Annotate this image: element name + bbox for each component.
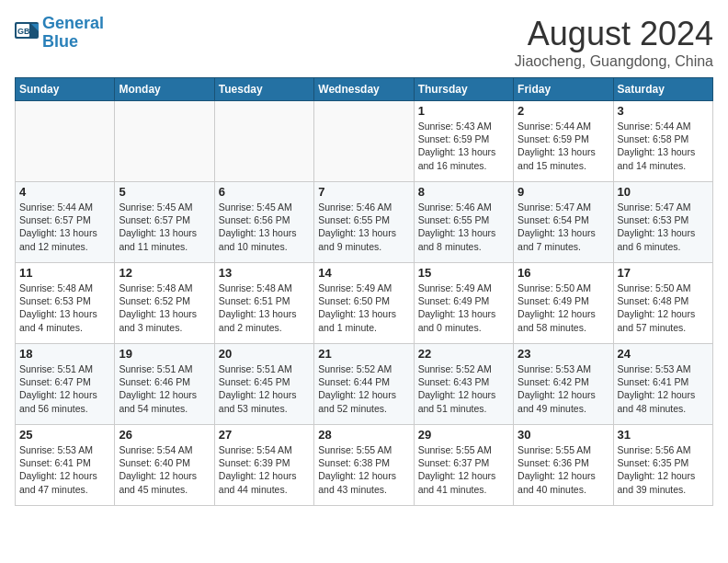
day-number: 26 [119, 428, 210, 442]
day-number: 18 [19, 347, 110, 361]
day-info: Sunrise: 5:47 AM Sunset: 6:54 PM Dayligh… [518, 201, 609, 253]
day-info: Sunrise: 5:50 AM Sunset: 6:49 PM Dayligh… [518, 282, 609, 334]
calendar-week-row: 1Sunrise: 5:43 AM Sunset: 6:59 PM Daylig… [16, 101, 713, 182]
day-info: Sunrise: 5:47 AM Sunset: 6:53 PM Dayligh… [618, 201, 709, 253]
day-number: 28 [318, 428, 409, 442]
calendar-day-cell: 10Sunrise: 5:47 AM Sunset: 6:53 PM Dayli… [613, 182, 712, 263]
calendar-day-cell: 13Sunrise: 5:48 AM Sunset: 6:51 PM Dayli… [214, 263, 313, 344]
calendar-day-cell: 17Sunrise: 5:50 AM Sunset: 6:48 PM Dayli… [613, 263, 712, 344]
day-number: 31 [618, 428, 709, 442]
logo: GB General Blue [15, 15, 104, 52]
day-number: 16 [518, 266, 609, 280]
day-info: Sunrise: 5:43 AM Sunset: 6:59 PM Dayligh… [418, 120, 509, 172]
calendar-day-cell: 27Sunrise: 5:54 AM Sunset: 6:39 PM Dayli… [214, 425, 313, 506]
day-info: Sunrise: 5:52 AM Sunset: 6:44 PM Dayligh… [318, 362, 409, 415]
calendar-day-cell: 19Sunrise: 5:51 AM Sunset: 6:46 PM Dayli… [115, 344, 214, 425]
day-number: 19 [119, 347, 210, 361]
day-info: Sunrise: 5:50 AM Sunset: 6:48 PM Dayligh… [618, 282, 709, 334]
calendar-day-cell [214, 101, 313, 182]
day-info: Sunrise: 5:46 AM Sunset: 6:55 PM Dayligh… [318, 201, 409, 253]
calendar-day-cell [115, 101, 214, 182]
day-number: 27 [219, 428, 310, 442]
logo-icon: GB [15, 22, 40, 44]
day-number: 5 [119, 185, 210, 199]
day-info: Sunrise: 5:53 AM Sunset: 6:41 PM Dayligh… [19, 443, 110, 496]
day-number: 10 [618, 185, 709, 199]
day-number: 2 [518, 104, 609, 118]
title-area: August 2024 Jiaocheng, Guangdong, China [515, 15, 713, 70]
calendar-week-row: 25Sunrise: 5:53 AM Sunset: 6:41 PM Dayli… [16, 425, 713, 506]
calendar-day-cell: 28Sunrise: 5:55 AM Sunset: 6:38 PM Dayli… [314, 425, 414, 506]
day-info: Sunrise: 5:46 AM Sunset: 6:55 PM Dayligh… [418, 201, 509, 253]
calendar-week-row: 18Sunrise: 5:51 AM Sunset: 6:47 PM Dayli… [16, 344, 713, 425]
calendar-day-cell: 23Sunrise: 5:53 AM Sunset: 6:42 PM Dayli… [514, 344, 613, 425]
calendar-day-cell: 5Sunrise: 5:45 AM Sunset: 6:57 PM Daylig… [115, 182, 214, 263]
calendar-day-cell: 14Sunrise: 5:49 AM Sunset: 6:50 PM Dayli… [314, 263, 414, 344]
day-number: 25 [19, 428, 110, 442]
day-info: Sunrise: 5:55 AM Sunset: 6:36 PM Dayligh… [518, 443, 609, 496]
calendar-week-row: 4Sunrise: 5:44 AM Sunset: 6:57 PM Daylig… [16, 182, 713, 263]
day-info: Sunrise: 5:44 AM Sunset: 6:58 PM Dayligh… [618, 120, 709, 172]
day-info: Sunrise: 5:48 AM Sunset: 6:53 PM Dayligh… [19, 282, 110, 334]
day-number: 13 [219, 266, 310, 280]
day-number: 24 [618, 347, 709, 361]
day-info: Sunrise: 5:44 AM Sunset: 6:59 PM Dayligh… [518, 120, 609, 172]
calendar-day-cell: 9Sunrise: 5:47 AM Sunset: 6:54 PM Daylig… [514, 182, 613, 263]
calendar-day-cell: 25Sunrise: 5:53 AM Sunset: 6:41 PM Dayli… [16, 425, 115, 506]
day-info: Sunrise: 5:53 AM Sunset: 6:41 PM Dayligh… [618, 362, 709, 415]
logo-text: General Blue [42, 15, 104, 52]
page-header: GB General Blue August 2024 Jiaocheng, G… [15, 15, 713, 70]
day-number: 1 [418, 104, 509, 118]
calendar-day-cell: 30Sunrise: 5:55 AM Sunset: 6:36 PM Dayli… [514, 425, 613, 506]
day-number: 23 [518, 347, 609, 361]
day-info: Sunrise: 5:45 AM Sunset: 6:57 PM Dayligh… [119, 201, 210, 253]
day-info: Sunrise: 5:49 AM Sunset: 6:50 PM Dayligh… [318, 282, 409, 334]
weekday-header-cell: Monday [115, 78, 214, 101]
day-info: Sunrise: 5:54 AM Sunset: 6:39 PM Dayligh… [219, 443, 310, 496]
calendar-day-cell: 22Sunrise: 5:52 AM Sunset: 6:43 PM Dayli… [414, 344, 513, 425]
calendar-day-cell: 11Sunrise: 5:48 AM Sunset: 6:53 PM Dayli… [16, 263, 115, 344]
day-number: 30 [518, 428, 609, 442]
day-info: Sunrise: 5:51 AM Sunset: 6:47 PM Dayligh… [19, 362, 110, 415]
day-number: 20 [219, 347, 310, 361]
calendar-day-cell: 24Sunrise: 5:53 AM Sunset: 6:41 PM Dayli… [613, 344, 712, 425]
day-info: Sunrise: 5:48 AM Sunset: 6:51 PM Dayligh… [219, 282, 310, 334]
day-number: 4 [19, 185, 110, 199]
weekday-header-cell: Sunday [16, 78, 115, 101]
calendar-day-cell: 2Sunrise: 5:44 AM Sunset: 6:59 PM Daylig… [514, 101, 613, 182]
day-number: 11 [19, 266, 110, 280]
day-info: Sunrise: 5:53 AM Sunset: 6:42 PM Dayligh… [518, 362, 609, 415]
day-info: Sunrise: 5:55 AM Sunset: 6:37 PM Dayligh… [418, 443, 509, 496]
calendar-day-cell: 15Sunrise: 5:49 AM Sunset: 6:49 PM Dayli… [414, 263, 513, 344]
calendar-day-cell: 7Sunrise: 5:46 AM Sunset: 6:55 PM Daylig… [314, 182, 414, 263]
day-number: 14 [318, 266, 409, 280]
calendar-day-cell: 8Sunrise: 5:46 AM Sunset: 6:55 PM Daylig… [414, 182, 513, 263]
day-info: Sunrise: 5:49 AM Sunset: 6:49 PM Dayligh… [418, 282, 509, 334]
day-number: 12 [119, 266, 210, 280]
day-number: 21 [318, 347, 409, 361]
calendar-day-cell: 4Sunrise: 5:44 AM Sunset: 6:57 PM Daylig… [16, 182, 115, 263]
calendar-day-cell: 26Sunrise: 5:54 AM Sunset: 6:40 PM Dayli… [115, 425, 214, 506]
calendar-day-cell: 21Sunrise: 5:52 AM Sunset: 6:44 PM Dayli… [314, 344, 414, 425]
calendar-day-cell: 16Sunrise: 5:50 AM Sunset: 6:49 PM Dayli… [514, 263, 613, 344]
weekday-header-cell: Friday [514, 78, 613, 101]
day-info: Sunrise: 5:45 AM Sunset: 6:56 PM Dayligh… [219, 201, 310, 253]
day-number: 8 [418, 185, 509, 199]
weekday-header-cell: Thursday [414, 78, 513, 101]
day-number: 9 [518, 185, 609, 199]
day-number: 29 [418, 428, 509, 442]
month-title: August 2024 [515, 15, 713, 53]
calendar-day-cell [16, 101, 115, 182]
calendar-week-row: 11Sunrise: 5:48 AM Sunset: 6:53 PM Dayli… [16, 263, 713, 344]
calendar-day-cell: 6Sunrise: 5:45 AM Sunset: 6:56 PM Daylig… [214, 182, 313, 263]
calendar-day-cell: 3Sunrise: 5:44 AM Sunset: 6:58 PM Daylig… [613, 101, 712, 182]
day-number: 6 [219, 185, 310, 199]
day-info: Sunrise: 5:55 AM Sunset: 6:38 PM Dayligh… [318, 443, 409, 496]
day-number: 22 [418, 347, 509, 361]
day-info: Sunrise: 5:51 AM Sunset: 6:45 PM Dayligh… [219, 362, 310, 415]
calendar-day-cell: 12Sunrise: 5:48 AM Sunset: 6:52 PM Dayli… [115, 263, 214, 344]
svg-text:GB: GB [17, 27, 30, 36]
calendar-table: SundayMondayTuesdayWednesdayThursdayFrid… [15, 77, 713, 506]
weekday-header-cell: Wednesday [314, 78, 414, 101]
day-number: 7 [318, 185, 409, 199]
